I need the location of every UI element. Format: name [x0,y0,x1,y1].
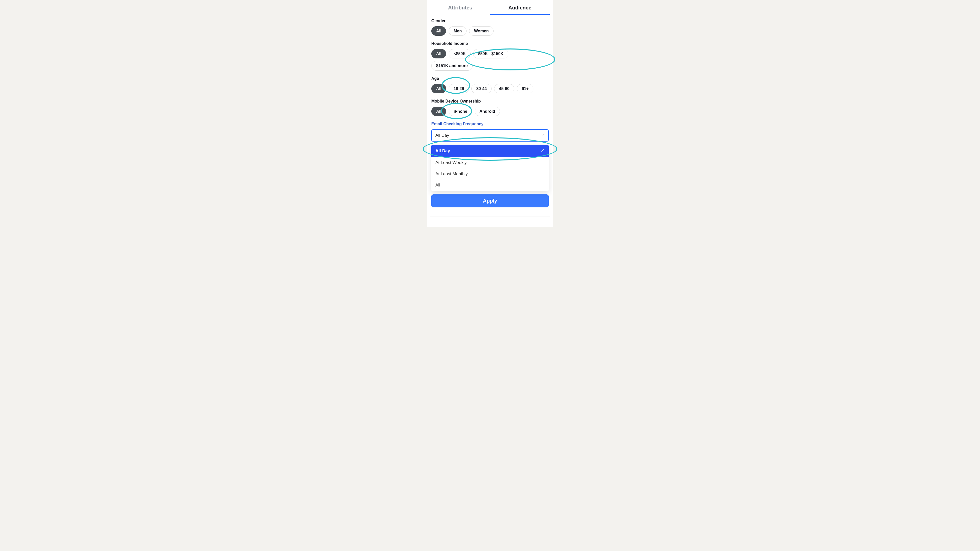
device-options: All iPhone Android [431,106,549,116]
pill-device-iphone[interactable]: iPhone [449,106,472,116]
label-device: Mobile Device Ownership [431,99,549,103]
option-label: All [435,183,440,188]
pill-gender-men[interactable]: Men [449,26,466,36]
section-income: Household Income All <$50K $50K - $150K … [427,38,553,73]
select-email-freq-value: All Day [435,133,449,138]
option-all[interactable]: All [431,179,549,191]
section-email-freq: Email Checking Frequency All Day [427,118,553,144]
pill-income-all[interactable]: All [431,49,446,59]
option-at-least-weekly[interactable]: At Least Weekly [431,157,549,168]
label-age: Age [431,76,549,81]
option-at-least-monthly[interactable]: At Least Monthly [431,168,549,179]
age-options: All 18-29 30-44 45-60 61+ [431,84,549,94]
pill-device-all[interactable]: All [431,106,446,116]
gender-options: All Men Women [431,26,549,36]
label-email-freq: Email Checking Frequency [431,122,549,126]
option-label: At Least Monthly [435,171,468,176]
section-gender: Gender All Men Women [427,15,553,38]
apply-button[interactable]: Apply [431,194,549,207]
check-icon [540,148,545,154]
active-tab-underline [490,14,550,15]
section-age: Age All 18-29 30-44 45-60 61+ [427,73,553,95]
pill-income-under50k[interactable]: <$50K [449,49,471,59]
income-options: All <$50K $50K - $150K $151K and more [431,49,549,70]
pill-age-30-44[interactable]: 30-44 [471,84,492,94]
pill-age-18-29[interactable]: 18-29 [449,84,469,94]
tab-attributes[interactable]: Attributes [430,0,490,15]
pill-gender-all[interactable]: All [431,26,446,36]
chevron-down-icon [541,133,545,138]
pill-age-45-60[interactable]: 45-60 [494,84,514,94]
select-email-freq[interactable]: All Day [431,129,549,141]
section-device: Mobile Device Ownership All iPhone Andro… [427,95,553,118]
tab-audience[interactable]: Audience [490,0,550,15]
pill-device-android[interactable]: Android [475,106,500,116]
audience-filter-panel: Attributes Audience Gender All Men Women… [427,0,553,227]
pill-age-61plus[interactable]: 61+ [517,84,533,94]
dropdown-email-freq: All Day At Least Weekly At Least Monthly… [431,145,549,191]
option-label: At Least Weekly [435,160,467,165]
option-label: All Day [435,148,450,154]
pill-gender-women[interactable]: Women [469,26,493,36]
pill-age-all[interactable]: All [431,84,446,94]
pill-income-50-150k[interactable]: $50K - $150K [473,49,508,59]
label-income: Household Income [431,41,549,46]
pill-income-151plus[interactable]: $151K and more [431,61,473,70]
tabs: Attributes Audience [430,0,550,15]
label-gender: Gender [431,19,549,23]
option-all-day[interactable]: All Day [431,145,549,157]
